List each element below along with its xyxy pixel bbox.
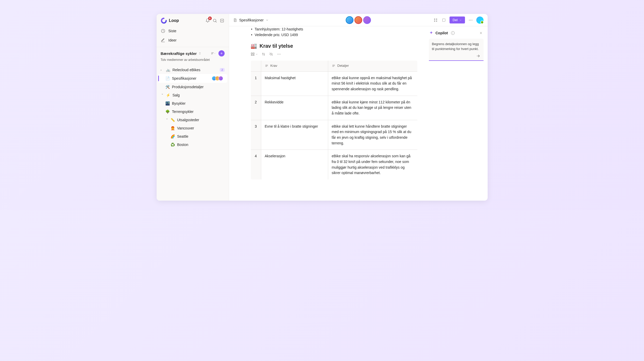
chevron-down-icon: [256, 53, 258, 55]
tree-label: Bysykler: [172, 101, 225, 105]
tree-badge: 2: [220, 68, 224, 72]
row-krav[interactable]: Maksimal hastighet: [261, 71, 328, 96]
add-workspace-button[interactable]: [218, 50, 225, 56]
col-header-num[interactable]: [251, 61, 261, 72]
copilot-prompt-text: Begrens detaljkolonnen og legg til punkt…: [432, 42, 480, 52]
presence-avatars[interactable]: [346, 16, 371, 24]
command-button[interactable]: [433, 18, 438, 23]
tree-item-boston[interactable]: ♻️ Boston: [157, 141, 229, 149]
topbar: Spesifikasjoner Del: [229, 14, 488, 26]
table-toolbar: [251, 52, 418, 56]
presence-avatar-3[interactable]: [363, 16, 371, 24]
nav-ideas-label: Ideer: [168, 38, 177, 42]
sidebar-tree: › 🚲 Relecloud eBikes 2 📄 Spesifikasjoner…: [157, 64, 229, 201]
more-button[interactable]: [468, 18, 473, 23]
document-body[interactable]: Tannhjulsystem: 12-hastighets Veiledende…: [229, 26, 427, 201]
chevron-down-icon: [459, 19, 462, 21]
tools-emoji: 🛠️: [165, 85, 170, 89]
tree-item-terrengsykler[interactable]: 🌳 Terrengsykler: [157, 108, 229, 116]
loop-logo-icon: [161, 18, 167, 24]
app-logo[interactable]: Loop: [161, 18, 179, 24]
chevron-down-icon: ›: [161, 94, 164, 97]
svg-point-17: [279, 54, 279, 54]
tree-label: Terrengsykler: [172, 110, 225, 114]
ellipsis-icon: [468, 18, 473, 22]
grid-icon: [433, 18, 438, 22]
component-button[interactable]: [441, 18, 446, 23]
search-icon: [213, 18, 217, 23]
notifications-button[interactable]: 8: [205, 18, 210, 23]
tree-item-produksjon[interactable]: 🛠️ Produksjonsdetaljer: [157, 83, 229, 91]
profile-avatar[interactable]: [476, 17, 484, 24]
hide-button[interactable]: [269, 52, 273, 56]
bullet-item[interactable]: Veiledende pris: USD 1499: [251, 32, 418, 38]
share-button[interactable]: Del: [450, 17, 465, 23]
more-table-button[interactable]: [277, 52, 281, 56]
copilot-submit-button[interactable]: [432, 54, 480, 58]
row-detaljer[interactable]: eBike skal ha responsiv akselerasjon som…: [328, 150, 417, 180]
face-emoji: 🧑‍🦰: [171, 126, 175, 130]
doc-emoji: 📄: [165, 76, 170, 80]
presence-avatar-2[interactable]: [354, 16, 362, 24]
recycle-emoji: ♻️: [171, 143, 175, 147]
table-row[interactable]: 3 Evne til å klatre i bratte stigninger …: [251, 120, 417, 150]
row-krav[interactable]: Rekkevidde: [261, 96, 328, 120]
sort-button[interactable]: [261, 52, 266, 56]
row-detaljer[interactable]: eBike skal lett kunne håndtere bratte st…: [328, 120, 417, 150]
tree-item-relecloud[interactable]: › 🚲 Relecloud eBikes 2: [157, 66, 229, 74]
eye-off-icon: [269, 52, 273, 56]
nav-recent-label: Siste: [168, 29, 176, 33]
nav-ideas[interactable]: Ideer: [157, 36, 229, 45]
pen-icon: [161, 38, 165, 43]
search-button[interactable]: [212, 18, 217, 23]
sort-button[interactable]: [211, 51, 216, 56]
col-header-detaljer[interactable]: Detaljer: [328, 61, 417, 72]
copilot-prompt-card[interactable]: Begrens detaljkolonnen og legg til punkt…: [429, 39, 484, 61]
row-krav[interactable]: Akselerasjon: [261, 150, 328, 180]
tree-item-vancouver[interactable]: 🧑‍🦰 Vancouver: [157, 124, 229, 132]
copilot-header: Copilot i: [429, 29, 484, 39]
presence-avatars-mini: [213, 76, 223, 81]
table-row[interactable]: 2 Rekkevidde eBike skal kunne kjøre mins…: [251, 96, 417, 120]
tree-item-bysykler[interactable]: 🌃 Bysykler: [157, 99, 229, 108]
row-detaljer[interactable]: eBike skal kunne kjøre minst 112 kilomet…: [328, 96, 417, 120]
tree-label: Produksjonsdetaljer: [172, 85, 225, 89]
table-row[interactable]: 4 Akselerasjon eBike skal ha responsiv a…: [251, 150, 417, 180]
row-detaljer[interactable]: eBike skal kunne oppnå en maksimal hasti…: [328, 71, 417, 96]
close-copilot-button[interactable]: [478, 30, 484, 36]
svg-point-16: [277, 54, 278, 54]
tree-item-seattle[interactable]: 🌈 Seattle: [157, 132, 229, 141]
breadcrumb-title: Spesifikasjoner: [239, 18, 264, 22]
nav-recent[interactable]: Siste: [157, 26, 229, 36]
presence-avatar-1[interactable]: [346, 16, 353, 24]
breadcrumb[interactable]: Spesifikasjoner: [233, 18, 269, 22]
add-page-icon: [220, 18, 224, 23]
table-row[interactable]: 1 Maksimal hastighet eBike skal kunne op…: [251, 71, 417, 96]
list-icon: [211, 51, 214, 56]
avatar: [218, 76, 223, 81]
section-heading[interactable]: 🏭 Krav til ytelse: [251, 43, 418, 49]
workspace-title: Bærekraftige sykler: [161, 51, 197, 56]
requirements-table[interactable]: Krav Detaljer 1 Maksimal hastighet eBike…: [251, 60, 418, 180]
tree-item-spesifikasjoner[interactable]: 📄 Spesifikasjoner: [158, 74, 227, 83]
bullet-item[interactable]: Tannhjulsystem: 12-hastighets: [251, 26, 418, 32]
city-emoji: 🌃: [165, 101, 170, 105]
tree-label: Spesifikasjoner: [172, 76, 211, 80]
arrow-right-icon: [476, 54, 480, 58]
document-icon: [233, 18, 237, 22]
row-krav[interactable]: Evne til å klatre i bratte stigninger: [261, 120, 328, 150]
info-icon[interactable]: i: [451, 31, 455, 35]
copilot-logo-icon: [429, 31, 434, 35]
workspace-section: Bærekraftige sykler Tolv medlemmer av ar…: [157, 47, 229, 64]
svg-point-10: [470, 20, 471, 20]
new-page-button[interactable]: [219, 18, 225, 23]
view-button[interactable]: [251, 52, 258, 56]
svg-point-1: [213, 19, 216, 22]
col-header-krav[interactable]: Krav: [261, 61, 328, 72]
workspace-switcher[interactable]: Bærekraftige sykler: [161, 51, 201, 56]
svg-point-9: [469, 20, 469, 20]
component-icon: [442, 18, 446, 22]
tree-item-salg[interactable]: › ⚡ Salg: [157, 91, 229, 99]
tree-item-utsalgssteder[interactable]: › 📏 Utsalgssteder: [157, 116, 229, 124]
chevron-down-icon: [266, 19, 269, 22]
